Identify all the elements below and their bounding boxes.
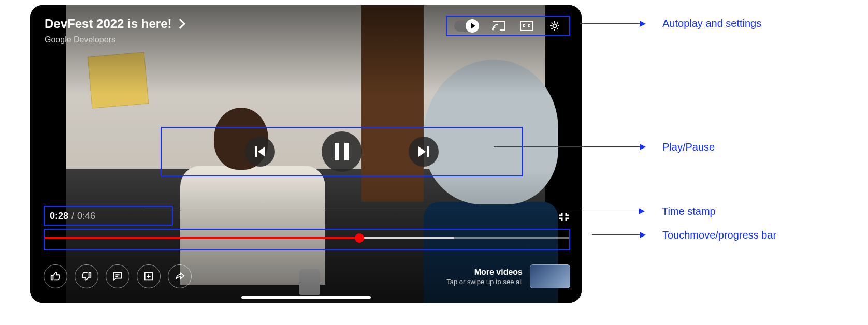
share-button[interactable] bbox=[168, 264, 192, 288]
captions-icon[interactable] bbox=[519, 20, 534, 32]
callout-label-timestamp: Time stamp bbox=[662, 205, 716, 217]
previous-button[interactable] bbox=[245, 137, 275, 167]
callout-label-autoplay: Autoplay and settings bbox=[662, 18, 761, 29]
progress-bar[interactable] bbox=[44, 229, 570, 250]
top-controls-group bbox=[446, 16, 570, 36]
channel-name[interactable]: Google Developers bbox=[45, 35, 437, 45]
next-button[interactable] bbox=[409, 137, 439, 167]
share-icon bbox=[174, 271, 185, 282]
engagement-actions bbox=[44, 264, 192, 288]
more-videos-subtitle: Tap or swipe up to see all bbox=[446, 278, 523, 286]
pause-icon bbox=[335, 143, 349, 160]
add-to-playlist-icon bbox=[143, 271, 154, 282]
scrubber-thumb[interactable] bbox=[355, 233, 364, 243]
save-button[interactable] bbox=[137, 264, 161, 288]
skip-previous-icon bbox=[255, 146, 265, 157]
video-player: DevFest 2022 is here! Google Developers bbox=[30, 5, 582, 303]
video-header: DevFest 2022 is here! Google Developers bbox=[45, 17, 437, 45]
exit-fullscreen-icon bbox=[558, 211, 570, 223]
cast-icon[interactable] bbox=[491, 20, 506, 32]
transport-controls bbox=[161, 127, 523, 176]
like-button[interactable] bbox=[44, 264, 67, 288]
callout-arrow bbox=[494, 146, 645, 147]
current-time: 0:28 bbox=[50, 211, 68, 221]
home-indicator[interactable] bbox=[241, 296, 371, 299]
timestamp: 0:28 / 0:46 bbox=[44, 206, 173, 226]
gear-icon[interactable] bbox=[547, 20, 562, 32]
thumbs-up-icon bbox=[50, 271, 61, 282]
thumbs-down-icon bbox=[81, 271, 92, 282]
autoplay-toggle[interactable] bbox=[454, 20, 478, 32]
dislike-button[interactable] bbox=[75, 264, 98, 288]
chevron-right-icon bbox=[176, 19, 186, 29]
duration: 0:46 bbox=[77, 211, 95, 221]
callout-arrow bbox=[592, 234, 645, 235]
callout-label-progress: Touchmove/progress bar bbox=[662, 229, 776, 241]
comments-button[interactable] bbox=[106, 264, 129, 288]
svg-point-2 bbox=[553, 24, 557, 28]
svg-point-0 bbox=[493, 29, 494, 30]
svg-rect-1 bbox=[520, 21, 533, 31]
more-videos[interactable]: More videos Tap or swipe up to see all bbox=[446, 264, 570, 288]
video-title: DevFest 2022 is here! bbox=[45, 17, 171, 31]
skip-next-icon bbox=[418, 146, 429, 157]
callout-arrow bbox=[580, 23, 645, 24]
autoplay-knob bbox=[466, 19, 479, 33]
progress-track bbox=[45, 237, 569, 239]
buffered-range bbox=[359, 237, 454, 239]
exit-fullscreen-button[interactable] bbox=[558, 211, 570, 223]
more-videos-title: More videos bbox=[446, 268, 523, 277]
callout-label-playpause: Play/Pause bbox=[662, 141, 715, 153]
more-videos-thumbnail bbox=[530, 264, 570, 288]
time-separator: / bbox=[71, 211, 74, 221]
comment-icon bbox=[112, 271, 123, 282]
pause-button[interactable] bbox=[322, 131, 362, 172]
play-icon bbox=[471, 23, 475, 29]
callout-arrow bbox=[143, 211, 644, 211]
played-range bbox=[45, 237, 359, 239]
video-title-row[interactable]: DevFest 2022 is here! bbox=[45, 17, 437, 31]
